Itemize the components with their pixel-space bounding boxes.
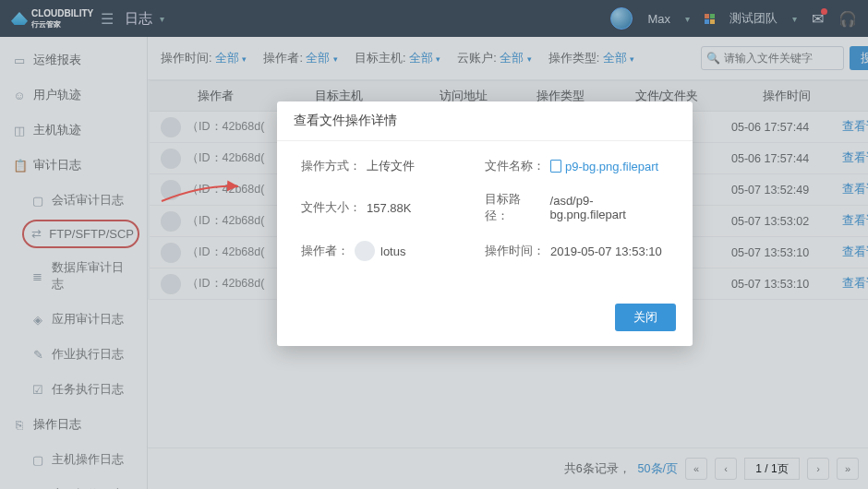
file-icon [550, 160, 561, 173]
modal-title: 查看文件操作详情 [277, 101, 693, 141]
operator-avatar [355, 241, 375, 261]
file-link[interactable]: p9-bg.png.filepart [550, 160, 658, 173]
file-detail-modal: 查看文件操作详情 操作方式：上传文件 文件名称：p9-bg.png.filepa… [277, 101, 693, 346]
close-button[interactable]: 关闭 [615, 304, 676, 331]
